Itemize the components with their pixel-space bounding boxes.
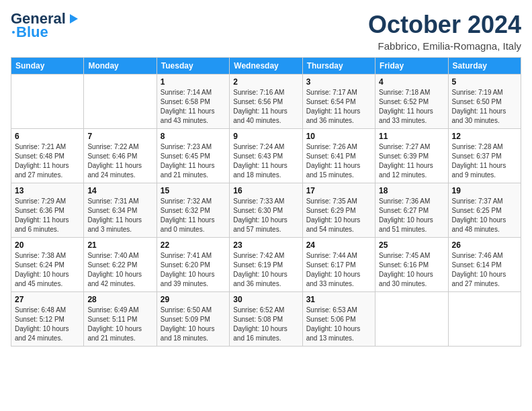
- calendar-cell: 20Sunrise: 7:38 AM Sunset: 6:24 PM Dayli…: [11, 238, 84, 292]
- calendar-cell: 21Sunrise: 7:40 AM Sunset: 6:22 PM Dayli…: [84, 238, 157, 292]
- day-info: Sunrise: 7:18 AM Sunset: 6:52 PM Dayligh…: [379, 88, 444, 126]
- day-number: 27: [15, 295, 80, 304]
- day-info: Sunrise: 6:49 AM Sunset: 5:11 PM Dayligh…: [87, 306, 152, 343]
- day-info: Sunrise: 7:35 AM Sunset: 6:29 PM Dayligh…: [306, 197, 371, 234]
- col-header-thursday: Thursday: [302, 58, 375, 75]
- day-number: 2: [233, 77, 298, 87]
- day-info: Sunrise: 7:36 AM Sunset: 6:27 PM Dayligh…: [379, 197, 444, 234]
- calendar-cell: 14Sunrise: 7:31 AM Sunset: 6:34 PM Dayli…: [84, 183, 157, 238]
- day-number: 7: [87, 132, 152, 141]
- day-number: 20: [15, 240, 80, 250]
- day-number: 6: [15, 132, 80, 141]
- calendar-cell: 8Sunrise: 7:23 AM Sunset: 6:45 PM Daylig…: [157, 129, 229, 183]
- calendar-cell: 5Sunrise: 7:19 AM Sunset: 6:50 PM Daylig…: [448, 75, 521, 129]
- day-info: Sunrise: 6:53 AM Sunset: 5:06 PM Dayligh…: [306, 306, 371, 343]
- day-number: 28: [87, 295, 152, 304]
- day-info: Sunrise: 7:37 AM Sunset: 6:25 PM Dayligh…: [452, 197, 517, 234]
- day-info: Sunrise: 6:52 AM Sunset: 5:08 PM Dayligh…: [233, 306, 298, 343]
- day-number: 24: [306, 240, 371, 250]
- calendar-cell: 13Sunrise: 7:29 AM Sunset: 6:36 PM Dayli…: [11, 183, 84, 238]
- calendar-cell: [11, 75, 84, 129]
- calendar-cell: 26Sunrise: 7:46 AM Sunset: 6:14 PM Dayli…: [448, 238, 521, 292]
- calendar-cell: 1Sunrise: 7:14 AM Sunset: 6:58 PM Daylig…: [157, 75, 229, 129]
- day-number: 10: [306, 132, 371, 141]
- day-number: 19: [452, 186, 517, 195]
- day-info: Sunrise: 7:28 AM Sunset: 6:37 PM Dayligh…: [452, 142, 517, 180]
- day-info: Sunrise: 7:24 AM Sunset: 6:43 PM Dayligh…: [233, 142, 298, 180]
- day-number: 15: [161, 186, 226, 195]
- calendar-cell: 27Sunrise: 6:48 AM Sunset: 5:12 PM Dayli…: [11, 292, 84, 347]
- day-number: 16: [233, 186, 298, 195]
- day-info: Sunrise: 7:29 AM Sunset: 6:36 PM Dayligh…: [15, 197, 80, 234]
- calendar-cell: 24Sunrise: 7:44 AM Sunset: 6:17 PM Dayli…: [302, 238, 375, 292]
- calendar-cell: 6Sunrise: 7:21 AM Sunset: 6:48 PM Daylig…: [11, 129, 84, 183]
- page-header: General Blue October 2024 Fabbrico, Emil…: [11, 11, 521, 52]
- calendar-cell: 30Sunrise: 6:52 AM Sunset: 5:08 PM Dayli…: [230, 292, 302, 347]
- day-info: Sunrise: 7:46 AM Sunset: 6:14 PM Dayligh…: [452, 251, 517, 289]
- calendar-cell: 23Sunrise: 7:42 AM Sunset: 6:19 PM Dayli…: [230, 238, 302, 292]
- calendar-title: October 2024: [368, 11, 521, 39]
- day-info: Sunrise: 7:26 AM Sunset: 6:41 PM Dayligh…: [306, 142, 371, 180]
- day-number: 9: [233, 132, 298, 141]
- day-info: Sunrise: 7:14 AM Sunset: 6:58 PM Dayligh…: [161, 88, 226, 126]
- day-info: Sunrise: 7:41 AM Sunset: 6:20 PM Dayligh…: [161, 251, 226, 289]
- day-number: 1: [161, 77, 226, 87]
- calendar-cell: 18Sunrise: 7:36 AM Sunset: 6:27 PM Dayli…: [375, 183, 448, 238]
- day-info: Sunrise: 7:16 AM Sunset: 6:56 PM Dayligh…: [233, 88, 298, 126]
- day-number: 26: [452, 240, 517, 250]
- calendar-cell: 22Sunrise: 7:41 AM Sunset: 6:20 PM Dayli…: [157, 238, 229, 292]
- day-info: Sunrise: 7:40 AM Sunset: 6:22 PM Dayligh…: [87, 251, 152, 289]
- day-info: Sunrise: 7:33 AM Sunset: 6:30 PM Dayligh…: [233, 197, 298, 234]
- day-info: Sunrise: 7:45 AM Sunset: 6:16 PM Dayligh…: [379, 251, 444, 289]
- day-info: Sunrise: 7:23 AM Sunset: 6:45 PM Dayligh…: [161, 142, 226, 180]
- calendar-cell: [84, 75, 157, 129]
- col-header-sunday: Sunday: [11, 58, 84, 75]
- calendar-cell: 4Sunrise: 7:18 AM Sunset: 6:52 PM Daylig…: [375, 75, 448, 129]
- calendar-cell: 2Sunrise: 7:16 AM Sunset: 6:56 PM Daylig…: [230, 75, 302, 129]
- col-header-friday: Friday: [375, 58, 448, 75]
- calendar-table: SundayMondayTuesdayWednesdayThursdayFrid…: [11, 57, 521, 347]
- day-info: Sunrise: 7:19 AM Sunset: 6:50 PM Dayligh…: [452, 88, 517, 126]
- day-number: 21: [87, 240, 152, 250]
- calendar-cell: 16Sunrise: 7:33 AM Sunset: 6:30 PM Dayli…: [230, 183, 302, 238]
- calendar-cell: 15Sunrise: 7:32 AM Sunset: 6:32 PM Dayli…: [157, 183, 229, 238]
- day-info: Sunrise: 7:27 AM Sunset: 6:39 PM Dayligh…: [379, 142, 444, 180]
- day-info: Sunrise: 7:21 AM Sunset: 6:48 PM Dayligh…: [15, 142, 80, 180]
- day-number: 13: [15, 186, 80, 195]
- col-header-saturday: Saturday: [448, 58, 521, 75]
- col-header-wednesday: Wednesday: [230, 58, 302, 75]
- calendar-cell: 25Sunrise: 7:45 AM Sunset: 6:16 PM Dayli…: [375, 238, 448, 292]
- calendar-cell: 10Sunrise: 7:26 AM Sunset: 6:41 PM Dayli…: [302, 129, 375, 183]
- day-number: 30: [233, 295, 298, 304]
- calendar-cell: 3Sunrise: 7:17 AM Sunset: 6:54 PM Daylig…: [302, 75, 375, 129]
- day-info: Sunrise: 7:32 AM Sunset: 6:32 PM Dayligh…: [161, 197, 226, 234]
- logo-blue-text: Blue: [16, 24, 48, 40]
- day-number: 23: [233, 240, 298, 250]
- day-number: 8: [161, 132, 226, 141]
- day-info: Sunrise: 6:48 AM Sunset: 5:12 PM Dayligh…: [15, 306, 80, 343]
- calendar-cell: [448, 292, 521, 347]
- day-info: Sunrise: 7:44 AM Sunset: 6:17 PM Dayligh…: [306, 251, 371, 289]
- day-info: Sunrise: 7:42 AM Sunset: 6:19 PM Dayligh…: [233, 251, 298, 289]
- calendar-cell: 11Sunrise: 7:27 AM Sunset: 6:39 PM Dayli…: [375, 129, 448, 183]
- day-number: 12: [452, 132, 517, 141]
- calendar-cell: 29Sunrise: 6:50 AM Sunset: 5:09 PM Dayli…: [157, 292, 229, 347]
- col-header-tuesday: Tuesday: [157, 58, 229, 75]
- calendar-cell: 28Sunrise: 6:49 AM Sunset: 5:11 PM Dayli…: [84, 292, 157, 347]
- calendar-cell: 17Sunrise: 7:35 AM Sunset: 6:29 PM Dayli…: [302, 183, 375, 238]
- calendar-cell: 19Sunrise: 7:37 AM Sunset: 6:25 PM Dayli…: [448, 183, 521, 238]
- day-number: 3: [306, 77, 371, 87]
- day-number: 31: [306, 295, 371, 304]
- calendar-cell: 12Sunrise: 7:28 AM Sunset: 6:37 PM Dayli…: [448, 129, 521, 183]
- calendar-cell: 7Sunrise: 7:22 AM Sunset: 6:46 PM Daylig…: [84, 129, 157, 183]
- day-info: Sunrise: 7:38 AM Sunset: 6:24 PM Dayligh…: [15, 251, 80, 289]
- calendar-subtitle: Fabbrico, Emilia-Romagna, Italy: [368, 40, 521, 52]
- day-info: Sunrise: 7:22 AM Sunset: 6:46 PM Dayligh…: [87, 142, 152, 180]
- svg-marker-0: [70, 14, 78, 24]
- day-number: 4: [379, 77, 444, 87]
- calendar-cell: 31Sunrise: 6:53 AM Sunset: 5:06 PM Dayli…: [302, 292, 375, 347]
- day-number: 25: [379, 240, 444, 250]
- day-number: 14: [87, 186, 152, 195]
- day-info: Sunrise: 7:31 AM Sunset: 6:34 PM Dayligh…: [87, 197, 152, 234]
- day-number: 29: [161, 295, 226, 304]
